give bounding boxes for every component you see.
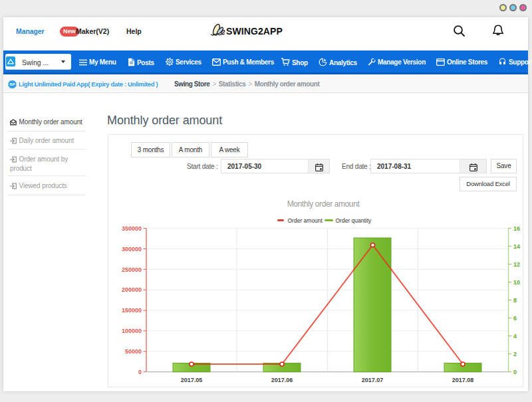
- svg-text:100000: 100000: [122, 328, 142, 334]
- svg-text:2: 2: [513, 351, 517, 357]
- svg-text:Order amount: Order amount: [288, 217, 323, 224]
- svg-text:2017.05: 2017.05: [181, 377, 203, 383]
- svg-text:8: 8: [513, 297, 517, 304]
- svg-text:6: 6: [513, 315, 517, 322]
- svg-text:16: 16: [513, 225, 520, 232]
- svg-text:Monthly order amount: Monthly order amount: [287, 199, 360, 209]
- svg-text:200000: 200000: [122, 286, 142, 293]
- svg-text:50000: 50000: [125, 348, 142, 355]
- svg-text:2017.06: 2017.06: [271, 377, 293, 383]
- svg-text:350000: 350000: [122, 225, 142, 232]
- svg-text:BP: BP: [10, 82, 15, 86]
- svg-text:4: 4: [513, 333, 517, 340]
- svg-text:300000: 300000: [122, 246, 142, 252]
- svg-text:250000: 250000: [122, 266, 142, 273]
- svg-text:2017.08: 2017.08: [452, 377, 474, 383]
- svg-text:10: 10: [513, 279, 520, 286]
- svg-text:12: 12: [513, 261, 520, 268]
- svg-text:2017.07: 2017.07: [362, 377, 384, 383]
- svg-text:14: 14: [513, 243, 520, 250]
- svg-text:Order quantity: Order quantity: [336, 217, 372, 224]
- svg-text:0: 0: [513, 369, 517, 375]
- svg-text:150000: 150000: [122, 307, 142, 314]
- svg-text:0: 0: [138, 369, 142, 375]
